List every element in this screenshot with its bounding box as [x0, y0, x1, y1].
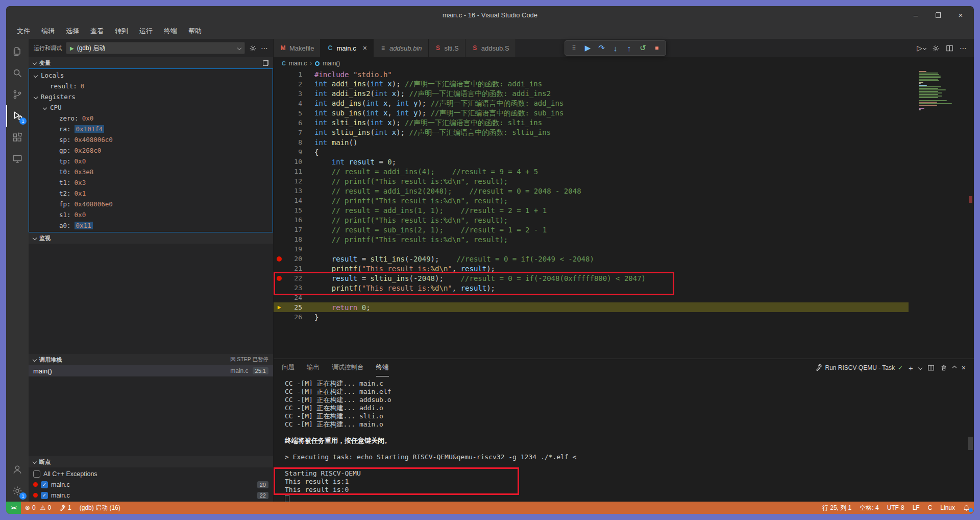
- status-running-tasks[interactable]: 1: [55, 502, 76, 514]
- menu-item-0[interactable]: 文件: [11, 23, 36, 39]
- variable-row[interactable]: s1:0x0: [29, 209, 273, 220]
- breakpoint-checkbox[interactable]: ✓: [41, 492, 48, 499]
- menu-item-1[interactable]: 编辑: [36, 23, 60, 39]
- variable-row[interactable]: t2:0x1: [29, 188, 273, 199]
- status-eol[interactable]: LF: [909, 502, 924, 514]
- twisty-icon[interactable]: [43, 105, 47, 109]
- continue-icon[interactable]: ▶: [581, 41, 594, 55]
- code-editor[interactable]: 1#include "stdio.h"2int addi_ins(int x);…: [274, 69, 974, 359]
- variable-row[interactable]: t0:0x3e8: [29, 167, 273, 177]
- restore-button[interactable]: [927, 6, 949, 23]
- editor-breakpoint-icon[interactable]: [277, 256, 282, 262]
- source-control-icon[interactable]: [6, 84, 29, 105]
- variable-row[interactable]: t1:0x3: [29, 177, 273, 188]
- variable-row[interactable]: result:0: [29, 81, 273, 91]
- breadcrumb-file[interactable]: main.c: [289, 60, 307, 67]
- status-indentation[interactable]: 空格: 4: [855, 502, 883, 514]
- launch-config-dropdown[interactable]: ▶ (gdb) 启动: [66, 42, 245, 54]
- search-icon[interactable]: [6, 62, 29, 84]
- twisty-icon[interactable]: [34, 73, 38, 77]
- twisty-icon[interactable]: [34, 94, 38, 99]
- panel-tab-问题[interactable]: 问题: [282, 359, 295, 376]
- status-encoding[interactable]: UTF-8: [883, 502, 909, 514]
- debug-settings-gear-icon[interactable]: [249, 44, 257, 52]
- editor-tab-main.c[interactable]: Cmain.c×: [321, 39, 373, 57]
- breakpoint-row[interactable]: ✓main.c20: [29, 479, 273, 490]
- menu-item-5[interactable]: 运行: [134, 23, 158, 39]
- variable-row[interactable]: sp:0x408006c0: [29, 134, 273, 145]
- kill-terminal-icon[interactable]: [940, 364, 947, 371]
- minimap[interactable]: [918, 71, 967, 111]
- variable-row[interactable]: Locals: [29, 70, 273, 81]
- variable-value: 0x0: [82, 114, 94, 122]
- restart-icon[interactable]: ↺: [636, 41, 649, 55]
- variables-views-icon[interactable]: [263, 60, 268, 66]
- variable-row[interactable]: Registers: [29, 91, 273, 102]
- start-debug-icon[interactable]: ▶: [70, 45, 74, 51]
- status-notifications[interactable]: [959, 502, 974, 514]
- variable-row[interactable]: zero:0x0: [29, 113, 273, 124]
- explorer-icon[interactable]: [6, 41, 29, 62]
- run-or-debug-icon[interactable]: ▷: [917, 44, 926, 52]
- status-language[interactable]: C: [924, 502, 937, 514]
- panel-tab-终端[interactable]: 终端: [376, 359, 389, 376]
- variable-row[interactable]: fp:0x408006e0: [29, 199, 273, 209]
- panel-tab-调试控制台[interactable]: 调试控制台: [332, 359, 364, 376]
- editor-tab-addsub.S[interactable]: Saddsub.S: [465, 39, 516, 57]
- settings-gear-icon[interactable]: 1: [6, 480, 29, 502]
- breakpoint-row[interactable]: ✓main.c22: [29, 490, 273, 501]
- run-and-debug-icon[interactable]: 1: [6, 105, 29, 127]
- variable-row[interactable]: a0:0x11: [29, 220, 273, 231]
- minimize-button[interactable]: –: [904, 6, 927, 23]
- status-problems[interactable]: ⊗0⚠0: [21, 502, 55, 514]
- tab-close-icon[interactable]: ×: [363, 44, 367, 52]
- menu-item-6[interactable]: 终端: [158, 23, 183, 39]
- breakpoint-checkbox[interactable]: [33, 470, 40, 478]
- variable-row[interactable]: gp:0x268c0: [29, 145, 273, 156]
- panel-tab-输出[interactable]: 输出: [307, 359, 320, 376]
- terminal-dropdown-icon[interactable]: [918, 366, 922, 370]
- editor-tab-addsub.bin[interactable]: ≡addsub.bin: [374, 39, 429, 57]
- toolbar-drag-grip-icon[interactable]: ⠿: [568, 41, 580, 55]
- close-panel-icon[interactable]: ×: [962, 364, 966, 372]
- status-remote-indicator[interactable]: ><: [6, 502, 21, 514]
- menu-item-7[interactable]: 帮助: [183, 23, 207, 39]
- menu-item-3[interactable]: 查看: [85, 23, 109, 39]
- stack-frame-row[interactable]: main() main.c 25:1: [29, 365, 273, 376]
- breadcrumb-symbol[interactable]: main(): [323, 60, 340, 67]
- menu-item-4[interactable]: 转到: [109, 23, 134, 39]
- editor-gear-icon[interactable]: [932, 44, 940, 52]
- more-editor-actions-icon[interactable]: ⋯: [960, 44, 967, 52]
- extensions-icon[interactable]: [6, 127, 29, 148]
- step-out-icon[interactable]: ↑: [623, 41, 635, 55]
- more-actions-icon[interactable]: ⋯: [261, 44, 268, 52]
- step-into-icon[interactable]: ↓: [609, 41, 622, 55]
- variables-section-header[interactable]: 变量: [29, 57, 273, 68]
- status-cursor-position[interactable]: 行 25, 列 1: [818, 502, 855, 514]
- maximize-panel-icon[interactable]: [952, 366, 957, 370]
- close-button[interactable]: ×: [949, 6, 972, 23]
- remote-explorer-icon[interactable]: [6, 148, 29, 170]
- breakpoints-section-header[interactable]: 断点: [29, 456, 273, 467]
- terminal-scrollbar[interactable]: [968, 437, 973, 450]
- variable-row[interactable]: tp:0x0: [29, 156, 273, 167]
- breakpoint-checkbox[interactable]: ✓: [41, 481, 48, 488]
- accounts-icon[interactable]: [6, 459, 29, 480]
- split-editor-icon[interactable]: [946, 44, 953, 52]
- terminal-task-selector[interactable]: Run RISCV-QEMU - Task ✓: [815, 364, 903, 371]
- callstack-section-header[interactable]: 调用堆栈 因 STEP 已暂停: [29, 354, 273, 365]
- menu-item-2[interactable]: 选择: [60, 23, 85, 39]
- editor-tab-Makefile[interactable]: MMakefile: [274, 39, 321, 57]
- watch-section-header[interactable]: 监视: [29, 232, 273, 244]
- split-terminal-icon[interactable]: [927, 364, 935, 371]
- new-terminal-icon[interactable]: +: [909, 364, 913, 372]
- stop-icon[interactable]: ■: [650, 41, 663, 55]
- terminal[interactable]: CC -[M] 正在构建... main.cCC -[M] 正在构建... ma…: [274, 376, 974, 502]
- status-debug-session[interactable]: (gdb) 启动 (16): [76, 502, 125, 514]
- step-over-icon[interactable]: ↷: [595, 41, 608, 55]
- variable-row[interactable]: ra:0x101f4: [29, 124, 273, 134]
- status-os[interactable]: Linux: [936, 502, 959, 514]
- breakpoint-row[interactable]: All C++ Exceptions: [29, 468, 273, 479]
- variable-row[interactable]: CPU: [29, 102, 273, 113]
- editor-tab-slti.S[interactable]: Sslti.S: [429, 39, 465, 57]
